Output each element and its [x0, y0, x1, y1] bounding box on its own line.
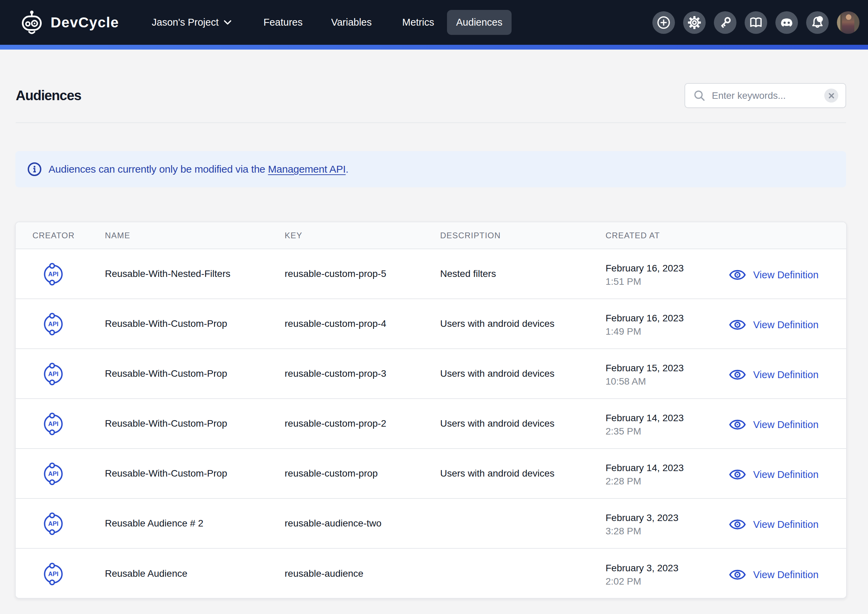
- api-creator-icon: API: [43, 462, 63, 486]
- cell-key: reusable-custom-prop-3: [285, 368, 440, 379]
- table-row: API Reusable Audience # 2 reusable-audie…: [16, 499, 846, 549]
- info-icon: [27, 162, 42, 176]
- docs-button[interactable]: [745, 11, 767, 34]
- nav-item-audiences[interactable]: Audiences: [447, 10, 512, 35]
- svg-text:API: API: [48, 421, 59, 427]
- cell-created-at: February 16, 2023 1:51 PM: [606, 260, 719, 288]
- navbar-actions: [653, 0, 868, 45]
- page: DevCycle Jason's Project Features Variab…: [0, 0, 868, 614]
- cell-name: Reusable-With-Custom-Prop: [105, 468, 285, 479]
- management-api-link[interactable]: Management API: [268, 163, 346, 175]
- search-input[interactable]: [712, 90, 824, 101]
- eye-icon: [729, 318, 746, 332]
- svg-text:API: API: [48, 371, 59, 378]
- cell-created-at: February 3, 2023 2:02 PM: [606, 559, 719, 588]
- cell-key: reusable-audience-two: [285, 518, 440, 529]
- search-icon: [693, 90, 706, 102]
- created-date: February 14, 2023: [606, 461, 719, 474]
- cell-description: Users with android devices: [440, 368, 606, 379]
- view-definition-label: View Definition: [753, 369, 818, 381]
- api-creator-icon: API: [43, 412, 63, 436]
- table-row: API Reusable-With-Nested-Filters reusabl…: [16, 249, 846, 299]
- gear-icon: [688, 16, 701, 30]
- column-header-created-at: CREATED AT: [606, 231, 719, 240]
- api-creator-icon: API: [43, 362, 63, 386]
- brand-name: DevCycle: [51, 14, 119, 31]
- notifications-button[interactable]: [806, 11, 829, 34]
- svg-text:API: API: [48, 271, 59, 278]
- svg-text:API: API: [48, 470, 59, 477]
- created-time: 3:28 PM: [606, 524, 719, 538]
- discord-button[interactable]: [775, 11, 798, 34]
- created-date: February 3, 2023: [606, 561, 719, 575]
- created-time: 1:51 PM: [606, 275, 719, 288]
- view-definition-label: View Definition: [753, 269, 818, 281]
- cell-created-at: February 14, 2023 2:35 PM: [606, 409, 719, 438]
- audiences-table: CREATOR NAME KEY DESCRIPTION CREATED AT …: [15, 222, 847, 598]
- cell-name: Reusable-With-Nested-Filters: [105, 268, 285, 279]
- table-row: API Reusable-With-Custom-Prop reusable-c…: [16, 349, 846, 399]
- view-definition-link[interactable]: View Definition: [729, 518, 818, 531]
- api-creator-icon: API: [43, 312, 63, 336]
- brand[interactable]: DevCycle: [22, 0, 119, 45]
- svg-text:API: API: [48, 570, 59, 577]
- search-box: [685, 83, 846, 108]
- cell-name: Reusable-With-Custom-Prop: [105, 318, 285, 329]
- api-keys-button[interactable]: [714, 11, 736, 34]
- view-definition-link[interactable]: View Definition: [729, 318, 818, 332]
- cell-description: Nested filters: [440, 268, 606, 279]
- discord-icon: [780, 16, 794, 30]
- table-header: CREATOR NAME KEY DESCRIPTION CREATED AT: [16, 222, 846, 249]
- api-creator-icon: API: [43, 562, 63, 586]
- api-creator-icon: API: [43, 262, 63, 286]
- chevron-down-icon: [223, 20, 232, 25]
- settings-button[interactable]: [683, 11, 706, 34]
- eye-icon: [729, 418, 746, 431]
- plus-circle-icon: [657, 16, 671, 30]
- cell-created-at: February 14, 2023 2:28 PM: [606, 459, 719, 488]
- view-definition-label: View Definition: [753, 519, 818, 530]
- project-selector[interactable]: Jason's Project: [152, 0, 232, 45]
- clear-x-icon: [828, 93, 834, 99]
- user-avatar[interactable]: [837, 11, 859, 34]
- view-definition-label: View Definition: [753, 569, 818, 580]
- view-definition-label: View Definition: [753, 419, 818, 431]
- eye-icon: [729, 468, 746, 481]
- cell-key: reusable-custom-prop-2: [285, 418, 440, 429]
- search-clear-button[interactable]: [824, 89, 838, 103]
- table-body: API Reusable-With-Nested-Filters reusabl…: [16, 249, 846, 598]
- created-date: February 14, 2023: [606, 411, 719, 424]
- info-banner: Audiences can currently only be modified…: [16, 151, 846, 187]
- view-definition-link[interactable]: View Definition: [729, 468, 818, 481]
- column-header-key: KEY: [285, 231, 440, 240]
- api-creator-icon: API: [43, 512, 63, 536]
- view-definition-link[interactable]: View Definition: [729, 418, 818, 431]
- created-time: 10:58 AM: [606, 375, 719, 388]
- view-definition-label: View Definition: [753, 469, 818, 480]
- svg-text:API: API: [48, 321, 59, 328]
- nav-item-features[interactable]: Features: [264, 0, 302, 45]
- created-time: 2:35 PM: [606, 424, 719, 438]
- view-definition-link[interactable]: View Definition: [729, 568, 818, 581]
- create-button[interactable]: [653, 11, 675, 34]
- created-date: February 3, 2023: [606, 511, 719, 524]
- created-time: 2:28 PM: [606, 474, 719, 488]
- svg-text:API: API: [48, 520, 59, 527]
- created-date: February 16, 2023: [606, 261, 719, 275]
- created-time: 1:49 PM: [606, 325, 719, 338]
- cell-key: reusable-custom-prop: [285, 468, 440, 479]
- eye-icon: [729, 368, 746, 382]
- nav-item-variables[interactable]: Variables: [331, 0, 372, 45]
- view-definition-link[interactable]: View Definition: [729, 268, 818, 282]
- info-banner-text: Audiences can currently only be modified…: [48, 163, 349, 175]
- table-row: API Reusable-With-Custom-Prop reusable-c…: [16, 449, 846, 499]
- created-time: 2:02 PM: [606, 575, 719, 588]
- created-date: February 15, 2023: [606, 361, 719, 375]
- cell-name: Reusable Audience # 2: [105, 518, 285, 529]
- view-definition-label: View Definition: [753, 319, 818, 331]
- nav-item-metrics[interactable]: Metrics: [402, 0, 434, 45]
- cell-name: Reusable-With-Custom-Prop: [105, 418, 285, 429]
- page-title: Audiences: [16, 88, 81, 103]
- view-definition-link[interactable]: View Definition: [729, 368, 818, 382]
- cell-name: Reusable-With-Custom-Prop: [105, 368, 285, 379]
